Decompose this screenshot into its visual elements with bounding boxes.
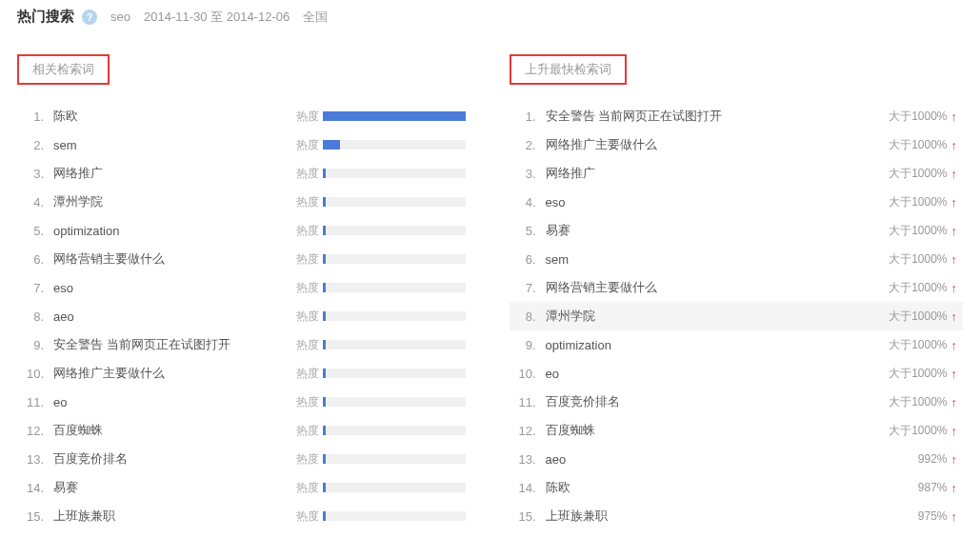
related-term-row[interactable]: 10.网络推广主要做什么热度 — [17, 359, 471, 388]
page-header: 热门搜索 ? seo 2014-11-30 至 2014-12-06 全国 — [17, 8, 963, 26]
search-term: 陈欧 — [48, 108, 296, 125]
change-percent: 大于1000% — [889, 309, 947, 325]
heat-bar — [323, 397, 466, 407]
rank-number: 13. — [515, 452, 540, 467]
heat-label: 热度 — [296, 194, 319, 210]
heat-bar — [323, 140, 466, 149]
heat-label: 热度 — [296, 280, 319, 296]
rising-term-row[interactable]: 9.optimization大于1000%↑ — [510, 330, 964, 359]
rising-term-row[interactable]: 14.陈欧987%↑ — [510, 473, 964, 502]
rank-number: 2. — [23, 138, 48, 152]
search-term: 网络推广主要做什么 — [540, 136, 890, 153]
up-arrow-icon: ↑ — [951, 424, 958, 438]
search-term: 安全警告 当前网页正在试图打开 — [48, 336, 296, 353]
rank-number: 8. — [23, 309, 48, 324]
search-term: 网络营销主要做什么 — [48, 250, 296, 268]
rank-number: 12. — [23, 424, 48, 438]
up-arrow-icon: ↑ — [951, 338, 958, 352]
heat-bar — [323, 254, 466, 264]
related-term-row[interactable]: 11.eo热度 — [17, 388, 471, 416]
search-term: 百度蜘蛛 — [540, 422, 890, 439]
related-term-row[interactable]: 5.optimization热度 — [17, 216, 471, 245]
search-term: 易赛 — [540, 222, 890, 239]
heat-bar — [323, 483, 466, 492]
rising-term-row[interactable]: 15.上班族兼职975%↑ — [510, 502, 964, 530]
related-term-row[interactable]: 4.潭州学院热度 — [17, 188, 471, 216]
search-term: 网络推广主要做什么 — [48, 365, 296, 382]
rank-number: 11. — [23, 395, 48, 409]
heat-bar — [323, 283, 466, 292]
heat-label: 热度 — [296, 394, 319, 410]
change-percent: 大于1000% — [889, 194, 947, 210]
heat-bar — [323, 511, 466, 521]
related-term-row[interactable]: 13.百度竞价排名热度 — [17, 445, 471, 473]
heat-bar — [323, 369, 466, 378]
related-term-row[interactable]: 2.sem热度 — [17, 130, 471, 159]
rank-number: 3. — [515, 167, 540, 181]
search-term: 陈欧 — [540, 479, 918, 496]
rising-term-row[interactable]: 2.网络推广主要做什么大于1000%↑ — [510, 130, 964, 159]
heat-label: 热度 — [296, 166, 319, 182]
related-term-row[interactable]: 9.安全警告 当前网页正在试图打开热度 — [17, 330, 471, 359]
help-icon[interactable]: ? — [82, 10, 97, 25]
heat-label: 热度 — [296, 366, 319, 382]
rising-term-row[interactable]: 7.网络营销主要做什么大于1000%↑ — [510, 273, 964, 302]
up-arrow-icon: ↑ — [951, 224, 958, 238]
search-term: 网络推广 — [540, 165, 890, 182]
up-arrow-icon: ↑ — [951, 395, 958, 409]
rising-term-row[interactable]: 3.网络推广大于1000%↑ — [510, 159, 964, 188]
related-term-row[interactable]: 3.网络推广热度 — [17, 159, 471, 188]
related-term-row[interactable]: 8.aeo热度 — [17, 302, 471, 330]
rising-term-row[interactable]: 4.eso大于1000%↑ — [510, 188, 964, 216]
change-percent: 大于1000% — [889, 166, 947, 182]
related-term-row[interactable]: 6.网络营销主要做什么热度 — [17, 245, 471, 273]
change-percent: 大于1000% — [889, 137, 947, 153]
rank-number: 14. — [515, 481, 540, 495]
change-percent: 大于1000% — [889, 394, 947, 410]
rising-term-row[interactable]: 12.百度蜘蛛大于1000%↑ — [510, 416, 964, 445]
rising-term-row[interactable]: 13.aeo992%↑ — [510, 445, 964, 473]
related-term-row[interactable]: 7.eso热度 — [17, 273, 471, 302]
heat-label: 热度 — [296, 223, 319, 239]
rank-number: 1. — [23, 110, 48, 124]
heat-label: 热度 — [296, 508, 319, 525]
search-term: eso — [540, 195, 890, 209]
search-term: 百度竞价排名 — [540, 393, 890, 410]
rising-term-row[interactable]: 1.安全警告 当前网页正在试图打开大于1000%↑ — [510, 102, 964, 130]
search-term: 百度竞价排名 — [48, 450, 296, 468]
rank-number: 3. — [23, 167, 48, 181]
rising-term-row[interactable]: 8.潭州学院大于1000%↑ — [510, 302, 964, 330]
up-arrow-icon: ↑ — [951, 195, 958, 209]
change-percent: 大于1000% — [889, 337, 947, 353]
heat-label: 热度 — [296, 137, 319, 153]
related-term-row[interactable]: 12.百度蜘蛛热度 — [17, 416, 471, 445]
rank-number: 15. — [515, 509, 540, 524]
related-term-row[interactable]: 1.陈欧热度 — [17, 102, 471, 130]
rank-number: 6. — [515, 252, 540, 267]
related-term-row[interactable]: 15.上班族兼职热度 — [17, 502, 471, 530]
search-term: 百度蜘蛛 — [48, 422, 296, 439]
up-arrow-icon: ↑ — [951, 167, 958, 181]
rank-number: 5. — [23, 224, 48, 238]
up-arrow-icon: ↑ — [951, 481, 958, 495]
heat-bar — [323, 454, 466, 464]
heat-label: 热度 — [296, 451, 319, 468]
rank-number: 9. — [515, 338, 540, 352]
change-percent: 大于1000% — [889, 223, 947, 239]
heat-label: 热度 — [296, 109, 319, 125]
rising-term-row[interactable]: 6.sem大于1000%↑ — [510, 245, 964, 273]
up-arrow-icon: ↑ — [951, 138, 958, 152]
search-term: 潭州学院 — [540, 308, 890, 325]
keyword-meta: seo — [110, 10, 130, 24]
related-term-row[interactable]: 14.易赛热度 — [17, 473, 471, 502]
search-term: 上班族兼职 — [48, 508, 296, 525]
rising-term-row[interactable]: 11.百度竞价排名大于1000%↑ — [510, 388, 964, 416]
rising-term-row[interactable]: 10.eo大于1000%↑ — [510, 359, 964, 388]
search-term: 潭州学院 — [48, 193, 296, 210]
up-arrow-icon: ↑ — [951, 110, 958, 124]
change-percent: 987% — [918, 481, 948, 494]
rising-term-row[interactable]: 5.易赛大于1000%↑ — [510, 216, 964, 245]
rank-number: 8. — [515, 309, 540, 324]
rank-number: 15. — [23, 509, 48, 524]
search-term: aeo — [48, 309, 296, 324]
